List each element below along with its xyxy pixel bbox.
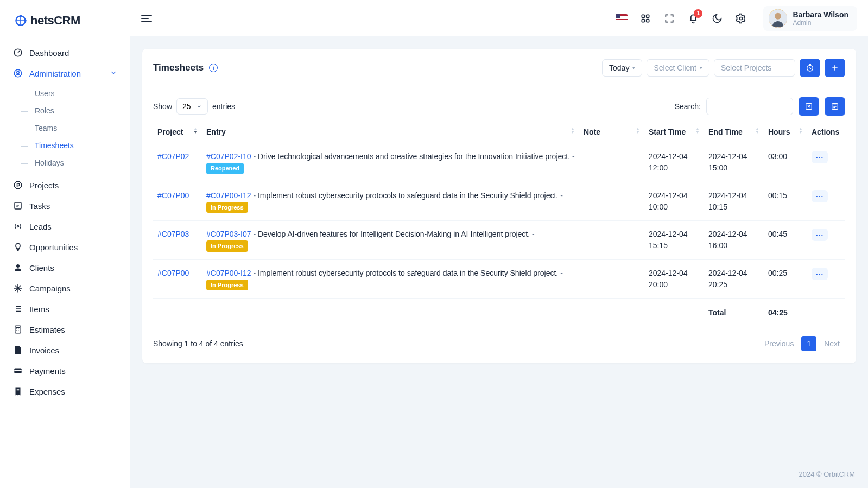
settings-gear-icon[interactable] — [735, 12, 747, 24]
search-input[interactable] — [706, 98, 793, 115]
nav-label: Payments — [29, 366, 66, 376]
svg-rect-13 — [642, 15, 645, 17]
export-excel-button[interactable] — [799, 97, 819, 116]
nav-label: Tasks — [29, 201, 50, 211]
status-badge: Reopened — [206, 163, 244, 174]
nav-label: Estimates — [29, 325, 65, 334]
projects-filter[interactable]: Select Projects — [714, 59, 795, 77]
page-size-select[interactable]: 25 — [176, 98, 208, 115]
project-link[interactable]: #C07P00 — [157, 269, 189, 277]
theme-toggle-icon[interactable] — [711, 12, 723, 24]
end-cell: 2024-12-04 20:25 — [704, 259, 764, 299]
entry-link[interactable]: #C07P03-I07 — [206, 230, 251, 238]
svg-point-17 — [740, 17, 743, 20]
language-flag[interactable] — [616, 12, 628, 24]
btn-label: Select Client — [654, 64, 696, 72]
nav-expenses[interactable]: Expenses — [7, 381, 124, 402]
caret-icon: ▾ — [700, 65, 702, 71]
entry-link[interactable]: #C07P00-I12 — [206, 269, 251, 277]
avatar — [769, 9, 787, 28]
nav-teams[interactable]: —Teams — [14, 119, 124, 137]
nav-campaigns[interactable]: Campaigns — [7, 278, 124, 299]
apps-grid-icon[interactable] — [639, 12, 651, 24]
credit-card-icon — [13, 366, 23, 376]
row-actions-button[interactable]: ··· — [812, 190, 828, 202]
svg-point-5 — [17, 71, 20, 74]
th-entry[interactable]: Entry▲▼ — [202, 121, 579, 143]
svg-point-8 — [17, 226, 19, 227]
th-end[interactable]: End Time▲▼ — [704, 121, 764, 143]
client-filter[interactable]: Select Client▾ — [647, 59, 709, 77]
sort-icon: ▲▼ — [695, 128, 700, 134]
export-pdf-button[interactable] — [825, 97, 845, 116]
nav-holidays[interactable]: —Holidays — [14, 154, 124, 172]
table-row: #C07P03#C07P03-I07 - Develop AI-driven f… — [153, 221, 845, 260]
brand-logo[interactable]: hetsCRM — [0, 7, 130, 38]
nav-sub-label: Users — [35, 89, 55, 98]
nav-clients[interactable]: Clients — [7, 257, 124, 278]
checklist-icon — [13, 201, 23, 211]
project-link[interactable]: #C07P03 — [157, 230, 189, 238]
project-link[interactable]: #C07P02 — [157, 152, 189, 161]
logo-icon — [13, 13, 28, 28]
th-start[interactable]: Start Time▲▼ — [644, 121, 704, 143]
table-controls: Show 25 entries Search: — [142, 87, 856, 121]
today-filter[interactable]: Today▾ — [602, 59, 642, 77]
entry-desc: Implement robust cybersecurity protocols… — [258, 191, 558, 200]
list-icon — [13, 304, 23, 314]
pagination: Previous 1 Next — [759, 336, 845, 351]
row-actions-button[interactable]: ··· — [812, 268, 828, 280]
nav-tasks[interactable]: Tasks — [7, 195, 124, 216]
add-button[interactable] — [825, 59, 845, 77]
parking-icon — [13, 180, 23, 190]
note-cell — [579, 221, 644, 260]
profile-menu[interactable]: Barbara Wilson Admin — [763, 6, 857, 31]
profile-role: Admin — [793, 19, 848, 27]
table-row: #C07P00#C07P00-I12 - Implement robust cy… — [153, 259, 845, 299]
notifications-bell[interactable]: 1 — [687, 12, 699, 24]
th-project[interactable]: Project▲▼ — [153, 121, 202, 143]
svg-point-1 — [20, 15, 22, 17]
page-next[interactable]: Next — [819, 336, 845, 351]
nav-payments[interactable]: Payments — [7, 360, 124, 381]
nav-roles[interactable]: —Roles — [14, 102, 124, 119]
th-hours[interactable]: Hours▲▼ — [764, 121, 807, 143]
nav-timesheets[interactable]: —Timesheets — [14, 137, 124, 154]
main: 1 Barbara Wilson Admin Timeshe — [130, 0, 868, 488]
dash-icon: — — [21, 141, 28, 150]
entry-link[interactable]: #C07P00-I12 — [206, 191, 251, 200]
header-actions: Today▾ Select Client▾ Select Projects — [602, 59, 845, 77]
page-prev[interactable]: Previous — [759, 336, 799, 351]
timer-button[interactable] — [800, 59, 820, 77]
nav-users[interactable]: —Users — [14, 85, 124, 102]
th-note[interactable]: Note▲▼ — [579, 121, 644, 143]
nav-administration[interactable]: Administration — [7, 63, 124, 84]
nav-opportunities[interactable]: Opportunities — [7, 237, 124, 257]
nav-projects[interactable]: Projects — [7, 175, 124, 195]
sort-icon: ▲▼ — [799, 128, 803, 134]
timesheets-table: Project▲▼ Entry▲▼ Note▲▼ Start Time▲▼ En… — [153, 121, 845, 327]
nav-dashboard[interactable]: Dashboard — [7, 42, 124, 63]
row-actions-button[interactable]: ··· — [812, 151, 828, 163]
menu-toggle[interactable] — [141, 12, 154, 25]
entry-link[interactable]: #C07P02-I10 — [206, 152, 251, 161]
project-link[interactable]: #C07P00 — [157, 191, 189, 200]
gauge-icon — [13, 48, 23, 58]
row-actions-button[interactable]: ··· — [812, 229, 828, 241]
nav-leads[interactable]: Leads — [7, 216, 124, 237]
dash-icon: — — [21, 89, 28, 98]
nav-estimates[interactable]: Estimates — [7, 319, 124, 340]
nav-items[interactable]: Items — [7, 299, 124, 319]
show-label: Show — [153, 102, 172, 111]
user-circle-icon — [13, 68, 23, 78]
sort-icon: ▲▼ — [571, 128, 575, 134]
nav-invoices[interactable]: Invoices — [7, 340, 124, 360]
svg-rect-14 — [647, 15, 649, 17]
status-badge: In Progress — [206, 240, 248, 252]
dash-icon: — — [21, 106, 28, 115]
fullscreen-icon[interactable] — [663, 12, 675, 24]
page-1[interactable]: 1 — [801, 336, 816, 351]
controls-right: Search: — [675, 97, 845, 116]
status-badge: In Progress — [206, 280, 248, 291]
info-icon[interactable]: i — [209, 64, 218, 72]
